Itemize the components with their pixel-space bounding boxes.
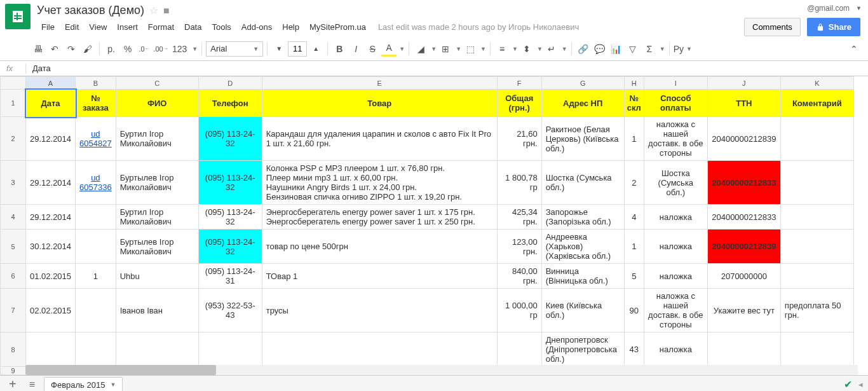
cell[interactable]: 21,60 грн. <box>497 117 541 161</box>
cell[interactable]: Шостка (Сумська обл.) <box>541 161 624 205</box>
inc-decimal-button[interactable]: .00→ <box>153 41 168 57</box>
col-header-F[interactable]: F <box>497 77 541 90</box>
cell[interactable]: 43 <box>624 333 644 367</box>
header-cell[interactable]: ТТН <box>707 90 780 117</box>
cell[interactable]: Uhbu <box>116 264 198 289</box>
input-tools-button[interactable]: Ру <box>674 41 684 57</box>
cell[interactable]: Укажите вес тут <box>707 289 780 333</box>
cell[interactable]: (095) 113-24-32 <box>198 117 262 161</box>
last-edit-text[interactable]: Last edit was made 2 hours ago by Игорь … <box>378 22 579 32</box>
cell[interactable]: Іванов Іван <box>116 289 198 333</box>
menu-add-ons[interactable]: Add-ons <box>237 20 276 34</box>
header-cell[interactable]: Адрес НП <box>541 90 624 117</box>
row-header[interactable]: 1 <box>1 90 26 117</box>
cell[interactable]: 840,00 грн. <box>497 264 541 289</box>
borders-button[interactable]: ⊞ <box>438 41 453 57</box>
header-cell[interactable]: Дата <box>26 90 76 117</box>
comment-button[interactable]: 💬 <box>592 41 607 57</box>
scroll-thumb[interactable] <box>25 365 216 375</box>
dec-decimal-button[interactable]: .0← <box>137 41 152 57</box>
cell[interactable] <box>780 117 853 161</box>
cell[interactable]: 2 <box>624 161 644 205</box>
col-header-D[interactable]: D <box>198 77 262 90</box>
more-button[interactable]: ⌃ <box>846 41 862 57</box>
cell[interactable]: наложка <box>644 205 707 230</box>
cell[interactable] <box>707 333 780 367</box>
folder-icon[interactable]: ■ <box>163 5 170 17</box>
percent-button[interactable]: % <box>120 41 135 57</box>
menu-format[interactable]: Format <box>144 20 179 34</box>
cell[interactable]: Андреевка (Харьков) (Харківська обл.) <box>541 230 624 264</box>
menu-edit[interactable]: Edit <box>60 20 83 34</box>
cell[interactable]: (095) 113-24-32 <box>198 161 262 205</box>
cell[interactable] <box>780 161 853 205</box>
user-email[interactable]: @gmail.com <box>807 4 850 13</box>
currency-button[interactable]: p. <box>104 41 119 57</box>
horizontal-scrollbar[interactable] <box>25 365 858 375</box>
doc-title[interactable]: Учет заказов (Демо) <box>37 4 144 17</box>
cell[interactable] <box>76 333 116 367</box>
col-header-J[interactable]: J <box>707 77 780 90</box>
more-formats-button[interactable]: 123 <box>170 41 189 57</box>
font-size-dec[interactable]: ▼ <box>271 41 287 57</box>
cell[interactable]: Киев (Київська обл.) <box>541 289 624 333</box>
cell[interactable] <box>780 333 853 367</box>
cell[interactable]: Карандаш для удаления царапин и сколов с… <box>262 117 497 161</box>
cell[interactable]: 1 <box>624 230 644 264</box>
cell[interactable]: 1 <box>624 117 644 161</box>
menu-mysiteprom.ua[interactable]: MySiteProm.ua <box>305 20 370 34</box>
cell[interactable]: наложка с нашей доставк. в обе стороны <box>644 289 707 333</box>
header-cell[interactable]: Способ оплаты <box>644 90 707 117</box>
cell[interactable]: 2070000000 <box>707 264 780 289</box>
col-header-K[interactable]: K <box>780 77 853 90</box>
formula-value[interactable]: Дата <box>32 64 51 73</box>
font-size-inc[interactable]: ▲ <box>308 41 323 57</box>
menu-data[interactable]: Data <box>180 20 206 34</box>
col-header-B[interactable]: B <box>76 77 116 90</box>
cell[interactable]: Буртил Ігор Миколайович <box>116 205 198 230</box>
cell[interactable]: 1 <box>76 264 116 289</box>
cell[interactable]: товар по цене 500грн <box>262 230 497 264</box>
menu-tools[interactable]: Tools <box>207 20 235 34</box>
wrap-button[interactable]: ↵ <box>544 41 559 57</box>
cell[interactable] <box>198 333 262 367</box>
col-header-C[interactable]: C <box>116 77 198 90</box>
header-cell[interactable]: № заказа <box>76 90 116 117</box>
cell[interactable]: 4 <box>624 205 644 230</box>
cell[interactable]: 30.12.2014 <box>26 230 76 264</box>
cell[interactable]: (095) 113-24-32 <box>198 205 262 230</box>
cell[interactable]: 5 <box>624 264 644 289</box>
font-select[interactable]: Arial▼ <box>206 41 263 57</box>
merge-button[interactable]: ⬚ <box>463 41 478 57</box>
menu-help[interactable]: Help <box>278 20 304 34</box>
cell[interactable]: ТОвар 1 <box>262 264 497 289</box>
cell[interactable] <box>780 264 853 289</box>
row-header[interactable]: 3 <box>1 161 26 205</box>
undo-button[interactable]: ↶ <box>47 41 62 57</box>
cell[interactable]: 29.12.2014 <box>26 117 76 161</box>
row-header[interactable]: 5 <box>1 230 26 264</box>
cell[interactable]: Шостка (Сумська обл.) <box>644 161 707 205</box>
chart-button[interactable]: 📊 <box>609 41 624 57</box>
comments-button[interactable]: Comments <box>744 18 801 36</box>
link-button[interactable]: 🔗 <box>576 41 591 57</box>
row-header[interactable]: 7 <box>1 289 26 333</box>
cell[interactable]: 20400000212833 <box>707 205 780 230</box>
cell[interactable]: 01.02.2015 <box>26 264 76 289</box>
cell[interactable]: наложка <box>644 230 707 264</box>
header-cell[interactable]: Коментарий <box>780 90 853 117</box>
sheet-tab[interactable]: Февраль 2015 ▼ <box>44 377 123 392</box>
cell[interactable]: Колонка PSP с MP3 плеером 1 шт. x 76,80 … <box>262 161 497 205</box>
row-header[interactable]: 8 <box>1 333 26 367</box>
cell[interactable]: Буртил Ігор Миколайович <box>116 117 198 161</box>
sheet-area[interactable]: ABCDEFGHIJK 1Дата№ заказаФИОТелефонТовар… <box>0 76 868 375</box>
cell[interactable]: 02.02.2015 <box>26 289 76 333</box>
font-size-input[interactable] <box>288 41 307 57</box>
cell[interactable]: Днепропетровск (Дніпропетровська обл.) <box>541 333 624 367</box>
cell[interactable]: предоплата 50 грн. <box>780 289 853 333</box>
col-header-G[interactable]: G <box>541 77 624 90</box>
col-header-A[interactable]: A <box>26 77 76 90</box>
all-sheets-button[interactable]: ≡ <box>25 379 39 390</box>
cell[interactable]: 1 000,00 гр <box>497 289 541 333</box>
explore-icon[interactable]: ◂ <box>858 380 863 389</box>
